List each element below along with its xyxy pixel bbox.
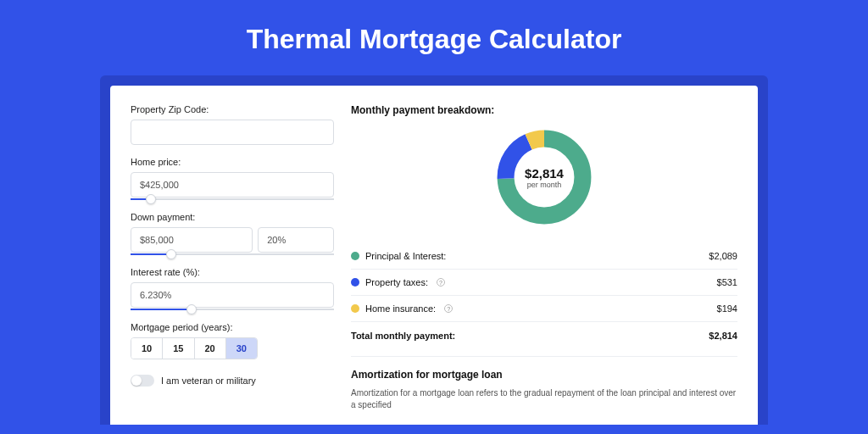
dot-yellow-icon [351, 304, 359, 313]
legend-taxes-value: $531 [717, 277, 737, 287]
dot-blue-icon [351, 278, 359, 287]
down-payment-slider-fill [131, 253, 171, 255]
total-row: Total monthly payment: $2,814 [351, 322, 737, 353]
legend-insurance-row: Home insurance: ? $194 [351, 296, 737, 322]
interest-input[interactable] [131, 282, 334, 308]
total-label: Total monthly payment: [351, 331, 455, 341]
form-column: Property Zip Code: Home price: Down paym… [131, 104, 334, 425]
home-price-slider-thumb[interactable] [146, 194, 156, 204]
interest-slider-thumb[interactable] [186, 304, 197, 314]
amortization-title: Amortization for mortgage loan [351, 369, 737, 381]
home-price-group: Home price: [131, 157, 334, 200]
calculator-card: Property Zip Code: Home price: Down paym… [110, 86, 758, 425]
legend-principal-row: Principal & Interest: $2,089 [351, 243, 737, 270]
home-price-slider[interactable] [131, 198, 334, 200]
period-group: Mortgage period (years): 10 15 20 30 [131, 322, 334, 359]
period-15-button[interactable]: 15 [163, 338, 194, 359]
zip-group: Property Zip Code: [131, 104, 334, 145]
info-icon[interactable]: ? [444, 304, 453, 313]
donut-chart-wrap: $2,814 per month [351, 126, 737, 228]
zip-label: Property Zip Code: [131, 104, 334, 114]
home-price-input[interactable] [131, 172, 334, 198]
legend-insurance-label: Home insurance: [365, 303, 436, 314]
legend-principal-value: $2,089 [709, 251, 737, 261]
legend-insurance-value: $194 [717, 303, 737, 314]
breakdown-column: Monthly payment breakdown: $2,814 per mo… [351, 104, 737, 425]
down-payment-pct-input[interactable] [258, 227, 334, 253]
interest-group: Interest rate (%): [131, 267, 334, 310]
down-payment-slider[interactable] [131, 253, 334, 255]
down-payment-label: Down payment: [131, 212, 334, 222]
legend-principal-left: Principal & Interest: [351, 251, 446, 261]
legend-taxes-row: Property taxes: ? $531 [351, 270, 737, 296]
donut-amount: $2,814 [525, 166, 564, 181]
interest-slider[interactable] [131, 309, 334, 310]
down-payment-row [131, 227, 334, 253]
legend-principal-label: Principal & Interest: [365, 251, 446, 261]
veteran-toggle[interactable] [131, 375, 154, 387]
veteran-row: I am veteran or military [131, 375, 334, 387]
donut-chart: $2,814 per month [493, 126, 595, 228]
interest-slider-fill [131, 309, 192, 310]
legend-taxes-left: Property taxes: ? [351, 277, 445, 287]
content-band: Property Zip Code: Home price: Down paym… [100, 75, 768, 425]
down-payment-group: Down payment: [131, 212, 334, 255]
period-20-button[interactable]: 20 [195, 338, 226, 359]
amortization-block: Amortization for mortgage loan Amortizat… [351, 356, 737, 411]
period-10-button[interactable]: 10 [131, 338, 163, 359]
legend-taxes-label: Property taxes: [365, 277, 428, 287]
down-payment-input[interactable] [131, 227, 253, 253]
dot-green-icon [351, 252, 359, 260]
amortization-text: Amortization for a mortgage loan refers … [351, 387, 737, 411]
period-buttons: 10 15 20 30 [131, 337, 258, 359]
info-icon[interactable]: ? [437, 278, 445, 287]
donut-sub: per month [527, 181, 562, 189]
breakdown-title: Monthly payment breakdown: [351, 104, 737, 116]
veteran-label: I am veteran or military [161, 376, 256, 386]
down-payment-slider-thumb[interactable] [166, 249, 176, 259]
period-label: Mortgage period (years): [131, 322, 334, 332]
donut-center: $2,814 per month [493, 126, 595, 228]
zip-input[interactable] [131, 120, 334, 145]
period-30-button[interactable]: 30 [226, 338, 257, 359]
home-price-label: Home price: [131, 157, 334, 167]
legend-insurance-left: Home insurance: ? [351, 303, 453, 314]
interest-label: Interest rate (%): [131, 267, 334, 277]
total-value: $2,814 [709, 331, 737, 341]
page-title: Thermal Mortgage Calculator [0, 0, 868, 75]
